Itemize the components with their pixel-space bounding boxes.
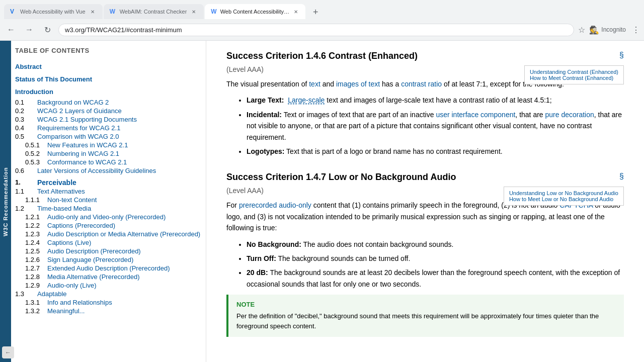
toc-item-131[interactable]: 1.3.1 Info and Relationships	[25, 298, 202, 307]
toc-item-121[interactable]: 1.2.1 Audio-only and Video-only (Prereco…	[25, 213, 202, 221]
toc-item-127[interactable]: 1.2.7 Extended Audio Description (Prerec…	[25, 264, 202, 273]
infobox-146-line1[interactable]: Understanding Contrast (Enhanced)	[530, 69, 618, 75]
section-146-bullets: Large Text: Large-scale text and images …	[226, 95, 624, 157]
section-147-infobox: Understanding Low or No Background Audio…	[504, 187, 624, 206]
bullet-146-incidental: Incidental: Text or images of text that …	[247, 109, 624, 143]
bullet-146-incidental-label: Incidental:	[247, 111, 282, 119]
toc-item-1[interactable]: 1. Perceivable	[15, 178, 202, 187]
section-147-bullets: No Background: The audio does not contai…	[226, 239, 624, 290]
address-bar: ← → ↻ w3.org/TR/WCAG21/#contrast-minimum…	[0, 19, 644, 40]
toc-item-01[interactable]: 0.1 Background on WCAG 2	[15, 98, 202, 107]
browser-chrome: V Web Accessibility with Vue ✕ W WebAIM:…	[0, 0, 644, 41]
link-text[interactable]: text	[309, 80, 320, 88]
tab-web-accessibility-vue[interactable]: V Web Accessibility with Vue ✕	[4, 4, 103, 19]
toc-status[interactable]: Status of This Document	[15, 73, 202, 85]
tab-webaim[interactable]: W WebAIM: Contrast Checker ✕	[104, 4, 204, 19]
bullet-147-20db: 20 dB: The background sounds are at leas…	[247, 267, 624, 290]
bullet-146-large-text-label: Large Text:	[247, 96, 284, 104]
toc-item-123[interactable]: 1.2.3 Audio Description or Media Alterna…	[25, 230, 202, 238]
toc-item-11[interactable]: 1.1 Text Alternatives	[15, 187, 202, 196]
forward-button[interactable]: →	[22, 23, 36, 37]
url-box[interactable]: w3.org/TR/WCAG21/#contrast-minimum	[58, 24, 574, 36]
toc-item-03[interactable]: 0.3 WCAG 2.1 Supporting Documents	[15, 115, 202, 124]
section-146-infobox: Understanding Contrast (Enhanced) How to…	[524, 65, 624, 84]
link-prerecorded-audio-only[interactable]: prerecorded audio-only	[239, 201, 311, 209]
content-area: Success Criterion 1.4.6 Contrast (Enhanc…	[206, 41, 644, 362]
infobox-147-line1[interactable]: Understanding Low or No Background Audio	[509, 190, 618, 196]
toc-item-128[interactable]: 1.2.8 Media Alternative (Prerecorded)	[25, 273, 202, 281]
toc-item-051[interactable]: 0.5.1 New Features in WCAG 2.1	[25, 141, 202, 149]
tab-title-3: Web Content Accessibility Gui...	[220, 9, 290, 15]
link-uic[interactable]: user interface component	[436, 111, 515, 119]
toc-item-13[interactable]: 1.3 Adaptable	[15, 290, 202, 298]
new-tab-button[interactable]: +	[308, 5, 323, 19]
note-text: Per the definition of "decibel," backgro…	[236, 311, 616, 331]
bullet-146-large-text: Large Text: Large-scale text and images …	[247, 95, 624, 106]
section-146: Success Criterion 1.4.6 Contrast (Enhanc…	[226, 51, 624, 157]
tab-close-2[interactable]: ✕	[190, 8, 198, 16]
bullet-147-no-background: No Background: The audio does not contai…	[247, 239, 624, 250]
link-large-scale[interactable]: Large-scale	[288, 96, 325, 104]
section-147-title: Success Criterion 1.4.7 Low or No Backgr…	[226, 172, 456, 183]
incognito-button[interactable]: 🕵 Incognito	[589, 25, 626, 35]
bullet-146-logotypes-label: Logotypes:	[247, 147, 284, 155]
reload-button[interactable]: ↻	[40, 23, 54, 37]
bullet-146-logotypes: Logotypes: Text that is part of a logo o…	[247, 146, 624, 157]
toc-item-06[interactable]: 0.6 Later Versions of Accessibility Guid…	[15, 166, 202, 175]
toc-title: TABLE OF CONTENTS	[15, 47, 202, 54]
section-147-note: NOTE Per the definition of "decibel," ba…	[226, 295, 624, 337]
tab-favicon-3: W	[211, 8, 217, 15]
toc-item-126[interactable]: 1.2.6 Sign Language (Prerecorded)	[25, 255, 202, 264]
sidebar-w3c-label: W3C Recommendation	[0, 41, 11, 362]
toc-item-053[interactable]: 0.5.3 Conformance to WCAG 2.1	[25, 158, 202, 166]
section-147-anchor[interactable]: §	[619, 172, 624, 181]
link-images-of-text[interactable]: images of text	[336, 80, 380, 88]
main-area: W3C Recommendation TABLE OF CONTENTS Abs…	[0, 41, 644, 362]
tab-wcag[interactable]: W Web Content Accessibility Gui... ✕	[205, 4, 305, 19]
sidebar: W3C Recommendation TABLE OF CONTENTS Abs…	[0, 41, 206, 362]
section-146-header: Success Criterion 1.4.6 Contrast (Enhanc…	[226, 51, 624, 61]
tab-title-2: WebAIM: Contrast Checker	[120, 9, 187, 15]
tab-favicon-1: V	[10, 8, 17, 15]
tab-title-1: Web Accessibility with Vue	[20, 9, 86, 15]
bookmark-button[interactable]: ☆	[578, 25, 585, 35]
back-button[interactable]: ←	[4, 23, 18, 37]
infobox-147-line2[interactable]: How to Meet Low or No Background Audio	[509, 196, 618, 202]
link-contrast-ratio[interactable]: contrast ratio	[401, 80, 442, 88]
toc-item-111[interactable]: 1.1.1 Non-text Content	[25, 196, 202, 204]
link-pure-decoration[interactable]: pure decoration	[545, 111, 594, 119]
incognito-label: Incognito	[601, 26, 626, 33]
bullet-147-turn-off: Turn Off: The background sounds can be t…	[247, 253, 624, 264]
toc-item-124[interactable]: 1.2.4 Captions (Live)	[25, 238, 202, 247]
bullet-147-no-bg-label: No Background:	[247, 240, 301, 248]
sidebar-toggle-button[interactable]: ←	[2, 346, 14, 358]
tab-close-1[interactable]: ✕	[89, 8, 97, 16]
toc-item-02[interactable]: 0.2 WCAG 2 Layers of Guidance	[15, 107, 202, 115]
sidebar-content: TABLE OF CONTENTS Abstract Status of Thi…	[11, 41, 206, 321]
section-147-header: Success Criterion 1.4.7 Low or No Backgr…	[226, 172, 624, 183]
section-146-anchor[interactable]: §	[619, 51, 624, 60]
toc-item-05[interactable]: 0.5 Comparison with WCAG 2.0	[15, 132, 202, 141]
bullet-147-turn-off-label: Turn Off:	[247, 254, 276, 262]
browser-menu-button[interactable]: ⋮	[632, 25, 640, 35]
toc-item-04[interactable]: 0.4 Requirements for WCAG 2.1	[15, 124, 202, 132]
section-147: Success Criterion 1.4.7 Low or No Backgr…	[226, 172, 624, 337]
toc-abstract[interactable]: Abstract	[15, 60, 202, 73]
tab-bar: V Web Accessibility with Vue ✕ W WebAIM:…	[0, 0, 644, 19]
toc-item-052[interactable]: 0.5.2 Numbering in WCAG 2.1	[25, 149, 202, 158]
section-146-title: Success Criterion 1.4.6 Contrast (Enhanc…	[226, 51, 418, 61]
bullet-147-20db-label: 20 dB:	[247, 268, 268, 277]
toc-item-129[interactable]: 1.2.9 Audio-only (Live)	[25, 281, 202, 290]
toc-item-132[interactable]: 1.3.2 Meaningful...	[25, 307, 202, 315]
url-text: w3.org/TR/WCAG21/#contrast-minimum	[65, 26, 568, 34]
toc-item-12[interactable]: 1.2 Time-based Media	[15, 204, 202, 213]
note-title: NOTE	[236, 301, 616, 308]
tab-close-3[interactable]: ✕	[292, 8, 299, 16]
infobox-146-line2[interactable]: How to Meet Contrast (Enhanced)	[530, 75, 618, 81]
tab-favicon-2: W	[110, 8, 117, 15]
toc-introduction[interactable]: Introduction	[15, 85, 202, 98]
toc-item-122[interactable]: 1.2.2 Captions (Prerecorded)	[25, 221, 202, 230]
toc-item-125[interactable]: 1.2.5 Audio Description (Prerecorded)	[25, 247, 202, 255]
